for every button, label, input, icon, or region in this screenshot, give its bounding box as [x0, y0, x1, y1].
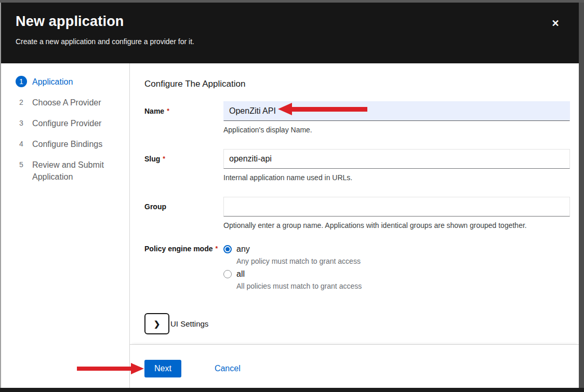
annotation-arrow-name-field — [278, 103, 367, 115]
group-input[interactable] — [223, 197, 570, 217]
slug-field-label: Slug* — [144, 149, 223, 182]
close-icon[interactable]: ✕ — [549, 17, 562, 30]
radio-option-any[interactable]: any — [223, 245, 570, 254]
arrow-tail — [77, 367, 131, 371]
arrow-tail — [291, 107, 367, 112]
modal-header: New application Create a new application… — [1, 3, 579, 63]
annotation-arrow-next-button — [77, 363, 144, 374]
modal-subtitle: Create a new application and configure a… — [16, 37, 548, 46]
radio-all-control[interactable] — [223, 270, 232, 278]
group-field-col: Optionally enter a group name. Applicati… — [223, 197, 570, 229]
radio-any-label[interactable]: any — [236, 245, 250, 254]
group-field-label: Group — [144, 197, 223, 229]
backdrop-right — [579, 3, 584, 388]
label-text: Name — [144, 107, 164, 115]
group-field-row: Group Optionally enter a group name. App… — [144, 197, 570, 229]
cancel-button[interactable]: Cancel — [215, 360, 241, 377]
arrow-head-icon — [278, 103, 292, 115]
arrow-head-icon — [131, 363, 144, 374]
label-text: Group — [144, 202, 166, 211]
group-helper-text: Optionally enter a group name. Applicati… — [223, 221, 570, 229]
name-helper-text: Application's display Name. — [223, 126, 570, 134]
backdrop-bottom — [0, 388, 584, 392]
chevron-right-icon[interactable]: ❯ — [144, 313, 169, 334]
step-label: Configure Provider — [32, 117, 101, 129]
radio-any-control[interactable] — [223, 245, 232, 253]
radio-all-label[interactable]: all — [236, 269, 245, 279]
screen: New application Create a new application… — [0, 0, 584, 392]
step-configure-bindings[interactable]: 4 Configure Bindings — [16, 138, 122, 150]
step-number: 4 — [16, 138, 27, 150]
slug-input[interactable] — [223, 149, 570, 169]
radio-all-helper: All policies must match to grant access — [236, 282, 570, 290]
page-title: Configure The Application — [144, 79, 570, 89]
step-label: Choose A Provider — [32, 97, 101, 109]
slug-field-col: Internal application name used in URLs. — [223, 149, 570, 182]
step-label: Application — [32, 76, 73, 88]
step-choose-a-provider[interactable]: 2 Choose A Provider — [16, 97, 122, 109]
policy-engine-mode-label: Policy engine mode* — [144, 245, 223, 294]
step-number: 3 — [16, 117, 27, 129]
required-asterisk: * — [163, 155, 165, 163]
step-number: 5 — [16, 159, 27, 170]
new-application-modal: New application Create a new application… — [0, 3, 579, 388]
step-application[interactable]: 1 Application — [16, 76, 122, 88]
name-field-col: Application's display Name. — [223, 101, 570, 134]
step-number: 2 — [16, 97, 27, 108]
slug-field-row: Slug* Internal application name used in … — [144, 149, 570, 182]
step-configure-provider[interactable]: 3 Configure Provider — [16, 117, 122, 129]
slug-helper-text: Internal application name used in URLs. — [223, 173, 570, 182]
required-asterisk: * — [167, 107, 169, 115]
step-label: Configure Bindings — [32, 138, 102, 150]
ui-settings-label: UI Settings — [170, 319, 208, 328]
policy-engine-mode-options: any Any policy must match to grant acces… — [223, 245, 570, 294]
ui-settings-section: ❯ UI Settings — [144, 313, 570, 334]
step-number-badge: 1 — [16, 76, 27, 87]
step-review-and-submit[interactable]: 5 Review and Submit Application — [16, 159, 122, 183]
name-field-label: Name* — [144, 101, 223, 134]
step-label: Review and Submit Application — [32, 159, 115, 183]
wizard-steps-nav: 1 Application 2 Choose A Provider 3 Conf… — [1, 63, 130, 388]
name-input[interactable] — [223, 101, 570, 121]
radio-option-all[interactable]: all — [223, 269, 570, 279]
label-text: Policy engine mode — [144, 245, 213, 253]
label-text: Slug — [144, 155, 160, 163]
policy-engine-mode-row: Policy engine mode* any Any policy must … — [144, 245, 570, 294]
required-asterisk: * — [215, 245, 218, 252]
next-button[interactable]: Next — [144, 360, 181, 377]
wizard-footer: Next Cancel — [130, 344, 579, 388]
radio-any-helper: Any policy must match to grant access — [236, 257, 570, 265]
modal-title: New application — [16, 13, 548, 30]
